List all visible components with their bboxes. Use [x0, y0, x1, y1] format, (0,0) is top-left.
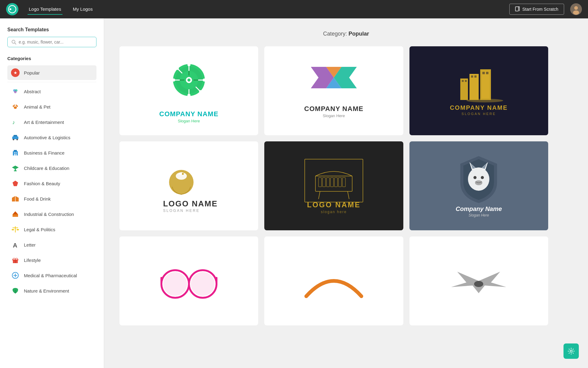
svg-point-62 [176, 67, 179, 70]
gear-icon [567, 347, 575, 355]
svg-rect-77 [462, 80, 464, 82]
svg-marker-27 [12, 166, 19, 169]
svg-rect-82 [486, 72, 488, 74]
svg-rect-81 [482, 72, 485, 74]
sidebar-item-legal[interactable]: Legal & Politics [7, 222, 96, 237]
sidebar-item-nature[interactable]: Nature & Environment [7, 283, 96, 298]
search-input[interactable] [19, 40, 92, 44]
svg-rect-17 [12, 136, 18, 139]
categories-label: Categories [7, 56, 96, 61]
logo-graphic-8 [300, 263, 368, 299]
sidebar-item-lifestyle[interactable]: Lifestyle [7, 253, 96, 267]
svg-rect-24 [16, 152, 17, 153]
logo-card-4[interactable]: LOGO NAME SLOGAN HERE [119, 141, 258, 230]
logo-card-7[interactable] [119, 236, 258, 325]
svg-point-4 [574, 6, 578, 10]
svg-rect-22 [14, 150, 17, 151]
sidebar-item-childcare[interactable]: Childcare & Education [7, 161, 96, 175]
search-label: Search Templates [7, 27, 96, 33]
start-from-scratch-button[interactable]: Start From Scratch [509, 4, 564, 15]
svg-rect-74 [469, 74, 479, 100]
sidebar-item-letter[interactable]: A Letter [7, 237, 96, 252]
svg-point-63 [199, 90, 202, 93]
logo-graphic-2 [311, 64, 357, 104]
main-layout: Search Templates Categories ★ Popular Ab… [0, 0, 588, 368]
svg-point-86 [182, 173, 184, 175]
scale-icon [11, 225, 20, 234]
svg-line-96 [318, 191, 320, 199]
svg-point-20 [17, 139, 18, 140]
logo-card-8[interactable] [264, 236, 403, 325]
svg-rect-90 [322, 178, 326, 187]
svg-point-98 [468, 167, 489, 191]
logo-card-6[interactable]: Company Name Slogan Here [409, 141, 548, 230]
svg-point-19 [13, 139, 14, 140]
sidebar-item-abstract[interactable]: Abstract [7, 84, 96, 99]
svg-point-104 [481, 176, 484, 179]
gift-icon [11, 256, 20, 264]
abstract-icon [11, 87, 20, 96]
svg-rect-87 [305, 159, 363, 202]
leaf-icon [11, 286, 20, 295]
svg-point-11 [14, 106, 17, 109]
sidebar-item-popular[interactable]: ★ Popular [7, 65, 96, 80]
logo-card-2[interactable]: COMPANY NAME Slogan Here [264, 46, 403, 135]
svg-marker-34 [13, 211, 18, 214]
user-avatar[interactable] [570, 3, 582, 15]
logo-graphic-1 [164, 59, 213, 108]
sidebar-item-medical[interactable]: Medical & Pharmaceutical [7, 268, 96, 283]
music-icon: ♪ [11, 118, 20, 126]
sidebar-item-automotive[interactable]: Automotive & Logistics [7, 130, 96, 145]
sidebar-item-fashion[interactable]: Fashion & Beauty [7, 176, 96, 191]
nav-logo-templates[interactable]: Logo Templates [28, 4, 62, 15]
svg-rect-25 [14, 154, 15, 155]
nav-my-logos[interactable]: My Logos [72, 4, 94, 15]
category-heading: Category: Popular [119, 31, 573, 37]
sidebar-item-industrial[interactable]: Industrial & Construction [7, 207, 96, 221]
svg-point-37 [12, 229, 14, 230]
logo-card-5[interactable]: LOGO NAME slogan here [264, 141, 403, 230]
sidebar-item-animal-pet[interactable]: Animal & Pet [7, 99, 96, 114]
logo-grid: COMPANY NAME Slogan Here CO [119, 46, 548, 325]
svg-marker-30 [13, 181, 18, 186]
svg-rect-23 [14, 152, 15, 153]
svg-text:A: A [13, 242, 17, 249]
svg-text:♪: ♪ [12, 119, 15, 125]
svg-point-114 [570, 350, 572, 352]
logo-card-9[interactable] [409, 236, 548, 325]
svg-rect-93 [334, 178, 337, 187]
svg-rect-26 [16, 154, 17, 155]
svg-marker-18 [13, 135, 17, 136]
svg-rect-92 [330, 178, 334, 187]
medical-icon [11, 271, 20, 280]
navbar: Logo Templates My Logos Start From Scrat… [0, 0, 588, 18]
logo-card-1[interactable]: COMPANY NAME Slogan Here [119, 46, 258, 135]
popular-icon: ★ [11, 68, 20, 77]
graduation-icon [11, 164, 20, 172]
svg-point-10 [14, 91, 17, 93]
svg-point-58 [172, 79, 175, 82]
svg-rect-33 [13, 214, 18, 217]
app-logo[interactable] [6, 3, 18, 15]
svg-rect-2 [515, 7, 518, 11]
svg-rect-91 [326, 178, 330, 187]
sidebar-item-business[interactable]: Business & Finance [7, 145, 96, 160]
nav-links: Logo Templates My Logos [28, 4, 94, 15]
svg-point-5 [573, 10, 579, 15]
diamond-icon [11, 179, 20, 188]
construction-icon [11, 210, 20, 218]
settings-fab[interactable] [564, 343, 579, 359]
svg-rect-80 [474, 75, 477, 78]
sidebar-item-food[interactable]: Food & Drink [7, 191, 96, 206]
svg-rect-94 [338, 178, 341, 187]
building-icon [11, 148, 20, 157]
sidebar-item-art[interactable]: ♪ Art & Entertainment [7, 115, 96, 129]
document-icon [515, 6, 520, 12]
logo-graphic-3 [454, 66, 503, 103]
svg-point-61 [187, 94, 190, 97]
logo-card-3[interactable]: COMPANY NAME SLOGAN HERE [409, 46, 548, 135]
svg-point-15 [16, 105, 17, 106]
svg-rect-73 [460, 79, 468, 100]
logo-graphic-9 [448, 263, 509, 299]
svg-point-112 [191, 272, 215, 296]
